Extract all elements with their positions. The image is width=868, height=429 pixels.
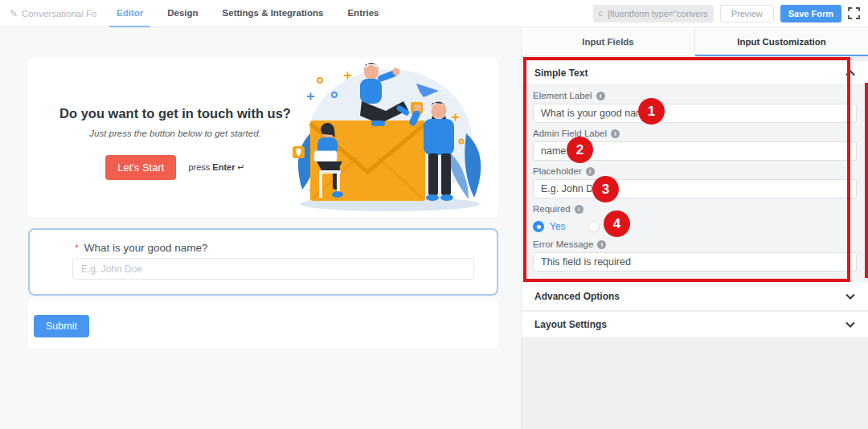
accordion-advanced-options[interactable]: Advanced Options xyxy=(522,283,868,311)
pencil-icon: ✎ xyxy=(10,8,18,19)
required-label: Required i xyxy=(533,204,857,214)
tab-design[interactable]: Design xyxy=(155,0,210,27)
required-radio-group: Yes No xyxy=(533,219,857,234)
copy-icon xyxy=(599,9,603,18)
tab-input-fields[interactable]: Input Fields xyxy=(522,27,694,55)
admin-field-label-input[interactable] xyxy=(533,141,857,161)
fullscreen-icon[interactable] xyxy=(848,7,860,19)
contact-illustration: $ xyxy=(281,59,498,217)
press-enter-hint: press Enter ↵ xyxy=(188,162,244,173)
element-label-input[interactable] xyxy=(533,104,857,123)
tab-settings-integrations[interactable]: Settings & Integrations xyxy=(211,0,336,27)
radio-selected-icon xyxy=(533,221,544,232)
required-no-radio[interactable]: No xyxy=(588,221,618,232)
panel-tabs: Input Fields Input Customization xyxy=(522,27,868,56)
info-icon[interactable]: i xyxy=(575,205,583,214)
submit-button[interactable]: Submit xyxy=(34,315,89,337)
tab-entries[interactable]: Entries xyxy=(335,0,391,27)
info-icon[interactable]: i xyxy=(596,92,605,100)
question-label: *What is your good name? xyxy=(75,242,208,254)
settings-panel: Input Fields Input Customization Simple … xyxy=(521,27,868,429)
form-name-label: Conversational Fo... xyxy=(22,9,96,18)
welcome-subheading: Just press the button below to get start… xyxy=(35,129,316,138)
submit-card: Submit xyxy=(28,299,498,348)
welcome-text-block: Do you want to get in touch with us? Jus… xyxy=(35,106,316,180)
placeholder-label: Placeholder i xyxy=(533,166,857,176)
tab-input-customization[interactable]: Input Customization xyxy=(694,27,868,55)
chevron-down-icon xyxy=(845,321,855,328)
error-message-label: Error Message i xyxy=(533,239,857,249)
form-preview-area: Do you want to get in touch with us? Jus… xyxy=(0,27,521,429)
tab-editor[interactable]: Editor xyxy=(104,0,155,27)
lets-start-button[interactable]: Let's Start xyxy=(105,155,176,180)
toolbar-actions: [fluentform type="convers Preview Save F… xyxy=(593,5,860,22)
placeholder-input[interactable] xyxy=(533,179,857,198)
info-icon[interactable]: i xyxy=(597,240,606,249)
editor-nav-tabs: Editor Design Settings & Integrations En… xyxy=(104,0,391,27)
form-name[interactable]: ✎ Conversational Fo... xyxy=(10,8,96,19)
name-question-card[interactable]: *What is your good name? xyxy=(28,228,498,296)
info-icon[interactable]: i xyxy=(586,167,595,176)
accordion-simple-text[interactable]: Simple Text xyxy=(522,61,868,85)
field-settings: Element Label i Admin Field Label i Plac… xyxy=(522,85,868,283)
top-toolbar: ✎ Conversational Fo... Editor Design Set… xyxy=(0,0,868,27)
welcome-heading: Do you want to get in touch with us? xyxy=(35,106,316,121)
enter-arrow-icon: ↵ xyxy=(238,162,245,172)
welcome-screen-card[interactable]: Do you want to get in touch with us? Jus… xyxy=(28,58,498,217)
preview-button[interactable]: Preview xyxy=(720,5,774,22)
chevron-down-icon xyxy=(845,293,855,300)
shortcode-copy-field[interactable]: [fluentform type="convers xyxy=(593,5,714,22)
admin-field-label-label: Admin Field Label i xyxy=(533,129,857,138)
required-yes-radio[interactable]: Yes xyxy=(533,221,566,232)
required-asterisk: * xyxy=(75,243,79,254)
simple-text-title: Simple Text xyxy=(534,67,588,79)
error-message-input[interactable] xyxy=(533,252,857,272)
element-label-label: Element Label i xyxy=(533,91,857,100)
radio-unselected-icon xyxy=(588,221,600,232)
chevron-up-icon xyxy=(845,70,855,76)
shortcode-text: [fluentform type="convers xyxy=(608,9,708,18)
save-form-button[interactable]: Save Form xyxy=(780,5,841,22)
info-icon[interactable]: i xyxy=(611,129,620,138)
accordion-layout-settings[interactable]: Layout Settings xyxy=(522,312,868,338)
advanced-options-title: Advanced Options xyxy=(534,291,620,302)
name-input[interactable] xyxy=(72,258,474,280)
layout-settings-title: Layout Settings xyxy=(534,319,607,330)
